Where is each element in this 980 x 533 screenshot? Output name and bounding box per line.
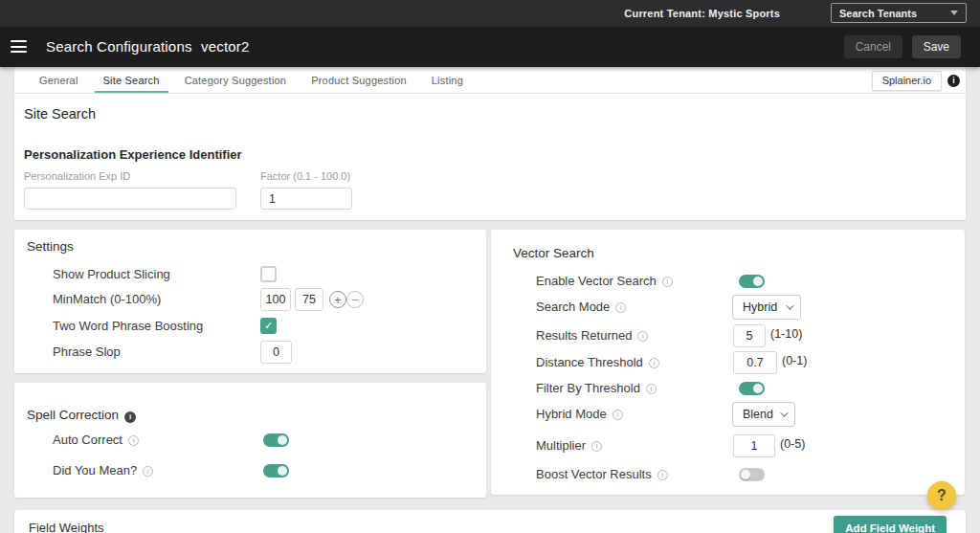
spell-correction-heading-text: Spell Correction [27,408,119,422]
info-icon[interactable]: i [143,466,153,477]
hybrid-mode-value: Blend [743,408,773,421]
filter-by-threshold-label-text: Filter By Threshold [536,381,640,395]
info-icon[interactable]: i [591,441,602,452]
boost-vector-results-toggle[interactable] [739,468,765,481]
save-button[interactable]: Save [912,35,961,58]
results-returned-range-hint: (1-10) [770,327,802,341]
enable-vector-search-label: Enable Vector Searchi [536,274,673,288]
info-icon[interactable]: i [662,277,673,287]
boost-vector-results-label-text: Boost Vector Results [536,467,652,481]
tenant-bar: Current Tenant: Mystic Sports Search Ten… [0,0,980,27]
page-title: Search Configurations [46,38,192,55]
config-name: vector2 [201,38,250,55]
distance-threshold-input[interactable] [733,351,777,374]
results-returned-label-text: Results Returned [536,328,632,343]
field-weights-panel: Field Weights Add Field Weight [14,510,966,533]
auto-correct-toggle[interactable] [263,433,289,447]
info-icon[interactable]: i [649,358,659,368]
tab-listing[interactable]: Listing [419,67,476,93]
info-icon[interactable]: i [615,302,626,313]
info-icon[interactable]: i [637,331,648,342]
search-mode-select[interactable]: Hybrid [732,295,801,320]
spell-correction-panel: Spell Correctioni Auto Correcti Did You … [14,383,486,498]
factor-input[interactable] [260,188,352,210]
results-returned-label: Results Returnedi [536,328,648,343]
personalization-heading: Personalization Experience Identifier [24,147,242,162]
hybrid-mode-label-text: Hybrid Mode [536,407,607,421]
app-header: Search Configurations vector2 Cancel Sav… [0,27,980,67]
show-product-slicing-checkbox[interactable] [260,266,277,282]
minmatch-label: MinMatch (0-100%) [53,292,161,306]
search-mode-value: Hybrid [743,300,777,314]
hybrid-mode-label: Hybrid Modei [536,407,623,421]
chevron-down-icon [786,301,793,309]
show-product-slicing-label: Show Product Slicing [53,267,170,281]
did-you-mean-label-text: Did You Mean? [53,463,137,477]
phrase-slop-input[interactable] [260,341,292,364]
multiplier-label-text: Multiplier [536,438,586,453]
spell-correction-heading: Spell Correctioni [27,408,136,423]
site-search-heading: Site Search [24,106,96,122]
search-tenants-dropdown[interactable]: Search Tenants [831,3,967,23]
auto-correct-label-text: Auto Correct [53,433,122,447]
two-word-phrase-boosting-checkbox[interactable] [260,318,277,334]
filter-by-threshold-toggle[interactable] [739,382,765,395]
info-icon[interactable]: i [612,410,623,420]
settings-heading: Settings [27,239,74,254]
distance-threshold-label: Distance Thresholdi [536,355,659,369]
minmatch-input-1[interactable] [260,288,291,311]
site-search-panel: General Site Search Category Suggestion … [14,67,966,220]
enable-vector-search-label-text: Enable Vector Search [536,274,657,288]
tab-product-suggestion[interactable]: Product Suggestion [299,67,419,93]
help-button[interactable]: ? [927,481,956,510]
multiplier-label: Multiplieri [536,438,602,453]
splainer-button[interactable]: Splainer.io [872,71,942,91]
personalization-exp-id-input[interactable] [24,188,236,210]
filter-by-threshold-label: Filter By Thresholdi [536,381,657,395]
phrase-slop-label: Phrase Slop [53,344,121,359]
enable-vector-search-toggle[interactable] [739,275,765,288]
field-weights-heading: Field Weights [29,521,104,533]
search-tenants-dropdown-value: Search Tenants [839,8,917,19]
add-field-weight-button[interactable]: Add Field Weight [834,516,947,533]
info-icon[interactable]: i [646,384,657,394]
distance-threshold-range-hint: (0-1) [782,354,807,367]
two-word-phrase-boosting-label: Two Word Phrase Boosting [53,319,203,333]
current-tenant-label: Current Tenant: Mystic Sports [624,8,780,19]
tab-bar: General Site Search Category Suggestion … [14,67,966,94]
minmatch-input-2[interactable] [295,288,323,311]
distance-threshold-label-text: Distance Threshold [536,355,643,369]
info-icon[interactable]: i [128,435,139,446]
vector-search-panel: Vector Search Enable Vector Searchi Sear… [491,230,965,495]
multiplier-range-hint: (0-5) [780,437,805,451]
tab-category-suggestion[interactable]: Category Suggestion [172,67,300,93]
tab-site-search[interactable]: Site Search [91,67,172,93]
auto-correct-label: Auto Correcti [53,433,139,447]
search-mode-label: Search Modei [536,300,626,314]
minmatch-increment-button[interactable]: + [329,291,346,308]
results-returned-input[interactable] [733,324,766,347]
factor-label: Factor (0.1 - 100.0) [260,170,352,182]
did-you-mean-label: Did You Mean?i [53,463,153,477]
personalization-exp-id-label: Personalization Exp ID [24,170,236,182]
hybrid-mode-select[interactable]: Blend [732,402,795,427]
minmatch-decrement-button[interactable]: − [346,291,364,308]
info-icon[interactable]: i [124,411,136,423]
multiplier-input[interactable] [733,434,775,457]
cancel-button[interactable]: Cancel [844,35,902,58]
vector-search-heading: Vector Search [513,246,594,260]
chevron-down-icon [780,409,788,416]
chevron-down-icon [950,11,958,15]
did-you-mean-toggle[interactable] [263,464,289,477]
search-mode-label-text: Search Mode [536,300,610,314]
info-icon[interactable]: i [947,75,960,87]
boost-vector-results-label: Boost Vector Resultsi [536,467,668,481]
menu-icon[interactable] [11,40,27,53]
info-icon[interactable]: i [657,470,668,480]
settings-panel: Settings Show Product Slicing MinMatch (… [14,230,486,373]
tab-general[interactable]: General [27,67,91,93]
